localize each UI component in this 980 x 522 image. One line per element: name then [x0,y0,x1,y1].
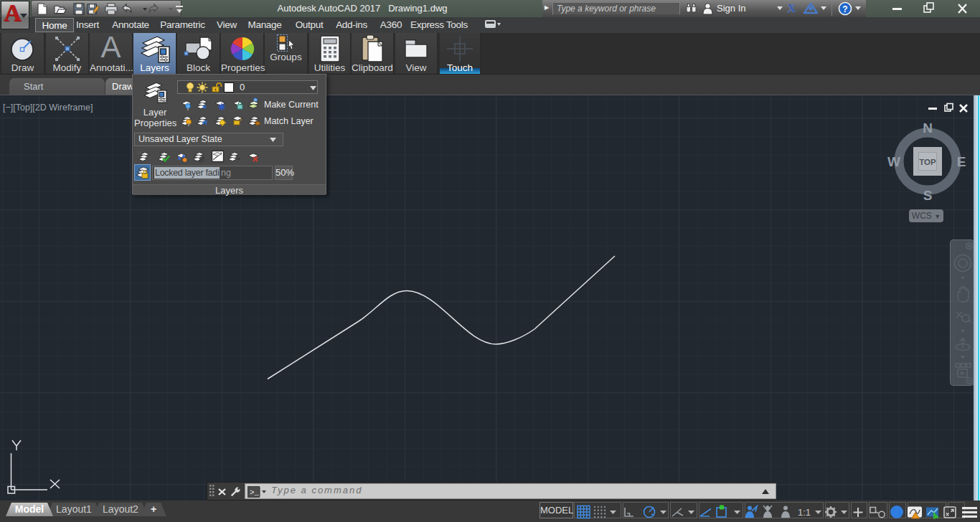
svg-text:W: W [887,154,900,169]
svg-text:>_: >_ [250,488,260,497]
svg-text:S: S [923,188,933,203]
svg-text:TOP: TOP [919,158,936,166]
svg-text:1:1: 1:1 [798,507,811,518]
svg-text:?: ? [842,4,847,14]
svg-text:N: N [923,120,933,136]
svg-text:E: E [957,154,966,169]
